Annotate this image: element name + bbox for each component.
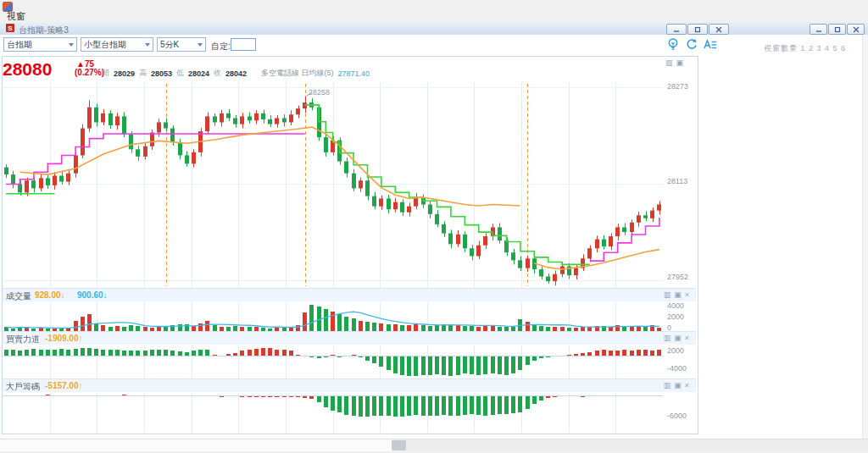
- volume-chart[interactable]: [3, 302, 696, 331]
- chevron-down-icon: [145, 43, 150, 47]
- menu-window[interactable]: 視窗: [7, 10, 25, 23]
- scrollbar-thumb[interactable]: [392, 440, 406, 450]
- scrollbar-track-left[interactable]: [0, 439, 392, 451]
- compare-icon[interactable]: ▣: [674, 381, 682, 389]
- interval-select[interactable]: 5分K: [157, 37, 206, 52]
- child-restore-button[interactable]: [687, 24, 708, 35]
- indicator-settings-icon[interactable]: ▥: [665, 58, 673, 67]
- main-minimize-button[interactable]: [810, 24, 827, 35]
- top-chrome: [0, 0, 868, 22]
- force-chart[interactable]: [3, 345, 696, 378]
- high-value: 28053: [151, 69, 172, 78]
- window-right-edge: [862, 35, 868, 439]
- compare-icon[interactable]: ▣: [674, 334, 682, 342]
- product2-select[interactable]: 小型台指期: [81, 37, 153, 52]
- main-price-chart[interactable]: [3, 82, 696, 288]
- volume-value-1: 928.00↓: [35, 290, 65, 300]
- low-label: 低: [176, 68, 184, 79]
- force-tick: 2000: [667, 346, 684, 355]
- volume-title: 成交量: [6, 290, 31, 302]
- refresh-icon[interactable]: [684, 36, 699, 52]
- high-label: 高: [139, 68, 147, 79]
- product-select-value: 台指期: [7, 39, 32, 51]
- chip-value: -5157.00↑: [45, 381, 82, 390]
- interval-select-value: 5分K: [160, 39, 179, 51]
- child-titlebar: [0, 22, 868, 36]
- indicator-label: 多空電話線 日均線(5): [261, 68, 334, 79]
- force-panel-header: 買賣力道 -1909.00↑ ▥ ▣ ×: [3, 331, 696, 345]
- open-label: 開: [102, 68, 109, 79]
- indicator-settings-icon[interactable]: ▥: [664, 381, 671, 389]
- force-tick: -4000: [667, 364, 687, 373]
- indicator-settings-icon[interactable]: ▥: [664, 334, 671, 342]
- volume-value-2: 900.60↓: [77, 290, 108, 300]
- product2-select-value: 小型台指期: [84, 39, 126, 51]
- minimize-icon: [673, 26, 680, 32]
- price-tick: 28273: [667, 82, 688, 91]
- close-panel-icon[interactable]: ×: [685, 381, 689, 389]
- force-value: -1909.00↑: [45, 334, 82, 343]
- app-window: 視窗 S 台指期-策略3 台指期 小型台指期 5分K 自定:: [0, 0, 868, 453]
- compare-icon[interactable]: ▣: [674, 290, 682, 299]
- main-restore-button[interactable]: [828, 24, 846, 35]
- tips-bulb-icon[interactable]: [665, 36, 681, 52]
- child-close-button[interactable]: [709, 24, 729, 35]
- indicator-row: 多空電話線 日均線(5) 27871.40: [261, 68, 370, 79]
- custom-input[interactable]: [231, 38, 256, 51]
- close-label: 收: [214, 68, 221, 79]
- chip-chart[interactable]: [3, 393, 696, 433]
- indicator-settings-icon[interactable]: ▥: [664, 290, 671, 299]
- close-panel-icon[interactable]: ×: [685, 290, 689, 299]
- restore-icon: [834, 26, 841, 33]
- price-tick: 28113: [667, 177, 687, 185]
- ohlc-row: 開 28029 高 28053 低 28024 收 28042: [102, 68, 247, 79]
- price-tick: 27952: [667, 273, 688, 281]
- app-logo: S: [6, 24, 14, 32]
- indicator-value: 27871.40: [338, 69, 370, 78]
- low-value: 28024: [188, 69, 209, 78]
- product-select[interactable]: 台指期: [3, 37, 77, 52]
- main-panel-tools: ▥ ▣: [665, 58, 683, 67]
- custom-label: 自定:: [211, 41, 231, 52]
- close-panel-icon[interactable]: ×: [685, 334, 689, 342]
- chevron-down-icon: [69, 43, 74, 47]
- last-price: 28080: [3, 59, 52, 80]
- child-minimize-button[interactable]: [666, 24, 687, 35]
- force-panel-tools: ▥ ▣ ×: [664, 334, 689, 342]
- close-icon: [715, 26, 722, 33]
- main-close-button[interactable]: [847, 24, 865, 35]
- compare-icon[interactable]: ▣: [676, 58, 684, 67]
- close-icon: [853, 26, 860, 33]
- chip-panel-header: 大戶籌碼 -5157.00↑ ▥ ▣ ×: [3, 378, 696, 392]
- restore-icon: [694, 26, 701, 33]
- chip-tick: -6000: [667, 412, 687, 420]
- price-change-pct: (0.27%): [75, 68, 104, 77]
- chip-panel-tools: ▥ ▣ ×: [664, 381, 689, 389]
- close-value: 28042: [225, 69, 247, 78]
- open-value: 28029: [114, 69, 135, 78]
- peak-price-label: 28258: [309, 88, 330, 97]
- account-list-icon[interactable]: [702, 36, 717, 52]
- chevron-down-icon: [198, 43, 203, 47]
- minimize-icon: [815, 26, 822, 32]
- volume-panel-header: 成交量 928.00↓ 900.60↓ ▥ ▣ ×: [3, 288, 696, 301]
- volume-tick: 2000: [667, 312, 684, 321]
- volume-tick: 4000: [667, 301, 684, 310]
- window-count-label: 視窗數量 1 2 3 4 5 6: [764, 43, 846, 54]
- chip-title: 大戶籌碼: [6, 381, 40, 393]
- volume-panel-tools: ▥ ▣ ×: [664, 290, 689, 299]
- force-title: 買賣力道: [6, 334, 40, 345]
